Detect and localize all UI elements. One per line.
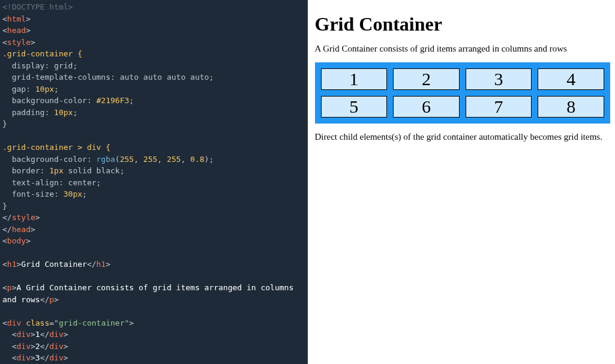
grid-item: 7: [466, 96, 532, 118]
grid-item: 6: [393, 96, 460, 118]
grid-item: 5: [321, 96, 388, 118]
page-title: Grid Container: [315, 13, 611, 35]
closing-paragraph: Direct child elements(s) of the grid con…: [315, 132, 611, 142]
code-doctype: <!DOCTYPE html>: [2, 2, 73, 11]
grid-container: 1 2 3 4 5 6 7 8: [315, 62, 611, 124]
grid-item: 3: [466, 68, 532, 90]
intro-paragraph: A Grid Container consists of grid items …: [315, 44, 611, 54]
grid-item: 4: [538, 68, 604, 90]
grid-item: 1: [321, 68, 388, 90]
code-editor-pane[interactable]: <!DOCTYPE html> <html> <head> <style> .g…: [0, 0, 308, 364]
grid-item: 8: [538, 96, 604, 118]
preview-pane: Grid Container A Grid Container consists…: [308, 0, 616, 364]
grid-item: 2: [393, 68, 460, 90]
